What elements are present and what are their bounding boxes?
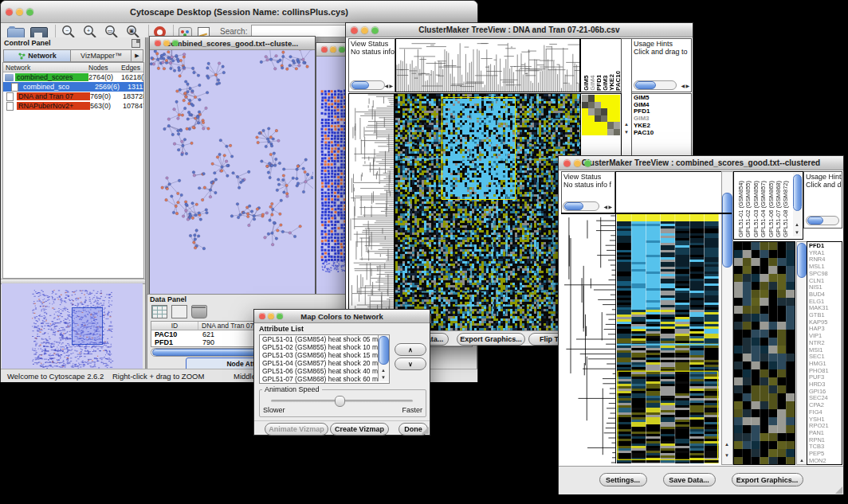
matrix-cell[interactable] bbox=[588, 115, 595, 123]
scroll-right-icon[interactable]: ▶ bbox=[389, 84, 393, 88]
close-icon[interactable] bbox=[563, 159, 571, 166]
minimize-icon[interactable] bbox=[163, 40, 170, 46]
column-label[interactable]: GIM4 bbox=[589, 75, 595, 91]
tv2-column-dendrogram[interactable] bbox=[615, 171, 722, 213]
tv2-button-2[interactable]: Export Graphics... bbox=[732, 473, 803, 486]
speed-slider-thumb[interactable] bbox=[335, 396, 345, 407]
close-icon[interactable] bbox=[259, 313, 265, 319]
zoom-window-icon[interactable] bbox=[339, 46, 345, 53]
scroll-up-icon[interactable]: ▲ bbox=[795, 222, 799, 227]
zoom-in-icon[interactable]: + bbox=[82, 25, 98, 38]
matrix-cell[interactable] bbox=[582, 95, 588, 102]
matrix-cell[interactable] bbox=[595, 102, 601, 109]
matrix-cell[interactable] bbox=[582, 102, 588, 109]
zoom-out-icon[interactable]: − bbox=[61, 25, 77, 38]
column-label[interactable]: PFD1 bbox=[595, 75, 602, 91]
matrix-cell[interactable] bbox=[607, 108, 614, 115]
tv1-status-hscrollbar[interactable] bbox=[350, 80, 385, 90]
birdseye-view-canvas[interactable] bbox=[2, 283, 143, 369]
attribute-list-item[interactable]: GPL51-04 (GSM857) heat shock 20 min bbox=[261, 359, 383, 367]
tab-overflow-arrow[interactable]: ▶ bbox=[131, 49, 143, 62]
matrix-cell[interactable] bbox=[582, 108, 588, 115]
gene-label[interactable]: MON2 bbox=[809, 458, 829, 465]
network-row[interactable]: combined_sco2569(6)13112(15) bbox=[3, 82, 143, 92]
scroll-left-icon[interactable]: ◀ bbox=[681, 84, 685, 88]
attribute-list-vscrollbar[interactable]: ▲ ▼ bbox=[378, 335, 389, 381]
column-label[interactable]: GPL51-02 (GSM855) bbox=[744, 181, 752, 237]
attribute-list[interactable]: GPL51-01 (GSM854) heat shock 05 minGPL51… bbox=[259, 334, 390, 384]
matrix-cell[interactable] bbox=[582, 115, 588, 123]
close-icon[interactable] bbox=[351, 26, 358, 33]
scroll-down-icon[interactable]: ▼ bbox=[724, 453, 729, 458]
col-nodes[interactable]: Nodes bbox=[88, 64, 121, 72]
tv1-button-1[interactable]: Export Graphics... bbox=[457, 333, 525, 346]
col-edges[interactable]: Edges bbox=[121, 64, 140, 72]
matrix-cell[interactable] bbox=[601, 95, 607, 102]
scroll-down-icon[interactable]: ▼ bbox=[624, 130, 629, 135]
matrix-cell[interactable] bbox=[595, 129, 601, 136]
zoom-window-icon[interactable] bbox=[277, 313, 283, 319]
tv1-column-dendrogram[interactable] bbox=[395, 38, 580, 92]
tv2-status-hscrollbar[interactable] bbox=[563, 201, 599, 211]
scrollbar-thumb[interactable] bbox=[379, 336, 389, 365]
matrix-cell[interactable] bbox=[607, 102, 614, 109]
matrix-cell[interactable] bbox=[588, 122, 595, 129]
scroll-down-icon[interactable]: ▼ bbox=[381, 375, 386, 380]
attribute-list-item[interactable]: GPL51-01 (GSM854) heat shock 05 min bbox=[261, 335, 383, 343]
tab-network[interactable]: Network bbox=[3, 49, 72, 62]
delete-attribute-icon[interactable] bbox=[191, 305, 207, 318]
minimize-icon[interactable] bbox=[574, 159, 581, 166]
tv2-row-dendrogram[interactable] bbox=[561, 214, 616, 463]
zoom-selected-icon[interactable]: ▣ bbox=[125, 25, 141, 38]
scroll-down-icon[interactable]: ▼ bbox=[795, 230, 799, 235]
float-panel-icon[interactable] bbox=[132, 39, 140, 48]
network-view-title-bar[interactable]: combined_scores_good.txt--cluste... bbox=[150, 37, 315, 50]
scroll-right-icon[interactable]: ▶ bbox=[608, 205, 612, 209]
matrix-cell[interactable] bbox=[595, 122, 601, 129]
matrix-cell[interactable] bbox=[607, 95, 614, 102]
column-label[interactable]: GPL51-04 (GSM857) bbox=[760, 181, 767, 237]
resize-grip[interactable] bbox=[422, 427, 429, 434]
tv2-gene-labels[interactable]: PFD1YRA1RNR4MSL1SPC98CLN1NIS1BUD4ELG1MAK… bbox=[807, 241, 842, 465]
treeview2-title-bar[interactable]: ClusterMaker TreeView : combined_scores_… bbox=[559, 156, 843, 170]
network-row[interactable]: combined_scores2764(0)16218(0) bbox=[3, 72, 143, 82]
scroll-up-icon[interactable]: ▲ bbox=[381, 368, 386, 373]
tv2-button-0[interactable]: Settings... bbox=[599, 473, 647, 486]
minimize-icon[interactable] bbox=[16, 8, 23, 15]
tab-vizmapper[interactable]: VizMapper™ bbox=[70, 49, 132, 62]
matrix-cell[interactable] bbox=[614, 108, 620, 115]
tv2-heatmap-canvas[interactable] bbox=[617, 214, 719, 463]
matrix-cell[interactable] bbox=[601, 108, 607, 115]
zoom-fit-icon[interactable]: ▭ bbox=[104, 25, 120, 38]
tv2-gene-vscrollbar[interactable]: ▲ bbox=[796, 241, 807, 465]
minimize-icon[interactable] bbox=[361, 26, 368, 33]
tv1-heatmap-canvas[interactable] bbox=[395, 93, 581, 331]
dialog-button-create-vizmap[interactable]: Create Vizmap bbox=[330, 423, 389, 436]
matrix-cell[interactable] bbox=[601, 115, 607, 123]
tv2-heatmap-vscrollbar[interactable]: ▲ ▼ bbox=[721, 171, 733, 465]
main-title-bar[interactable]: Cytoscape Desktop (Session Name: collins… bbox=[1, 1, 477, 23]
matrix-cell[interactable] bbox=[588, 108, 595, 115]
tv2-button-1[interactable]: Save Data... bbox=[663, 473, 716, 486]
col-id[interactable]: ID bbox=[151, 322, 198, 330]
tv2-zoom-heatmap-canvas[interactable] bbox=[733, 241, 795, 465]
attribute-list-item[interactable]: GPL51-06 (GSM865) heat shock 40 min bbox=[261, 367, 383, 375]
column-label[interactable]: GPL51-08 (GSM872) bbox=[782, 181, 789, 237]
scrollbar-thumb[interactable] bbox=[722, 193, 732, 268]
network-row[interactable]: DNA and Tran 07769(0)183728(0) bbox=[3, 92, 143, 101]
attribute-list-item[interactable]: GPL51-02 (GSM855) heat shock 10 min bbox=[261, 343, 383, 351]
zoom-window-icon[interactable] bbox=[371, 26, 379, 33]
scroll-up-icon[interactable]: ▲ bbox=[799, 458, 804, 463]
minimize-icon[interactable] bbox=[330, 46, 336, 53]
window-controls[interactable] bbox=[6, 8, 33, 15]
scroll-up-icon[interactable]: ▲ bbox=[624, 122, 629, 127]
matrix-cell[interactable] bbox=[601, 102, 607, 109]
zoom-window-icon[interactable] bbox=[172, 40, 179, 46]
close-icon[interactable] bbox=[155, 40, 161, 46]
network-table-header[interactable]: Network Nodes Edges bbox=[3, 63, 143, 72]
scroll-left-icon[interactable]: ◀ bbox=[603, 205, 607, 209]
matrix-cell[interactable] bbox=[614, 102, 620, 109]
network-row[interactable]: RNAPuberNov2+563(0)107847(0) bbox=[3, 101, 143, 111]
scroll-right-icon[interactable]: ▶ bbox=[685, 84, 689, 88]
column-label[interactable]: GPL51-07 (GSM868) bbox=[775, 181, 782, 237]
